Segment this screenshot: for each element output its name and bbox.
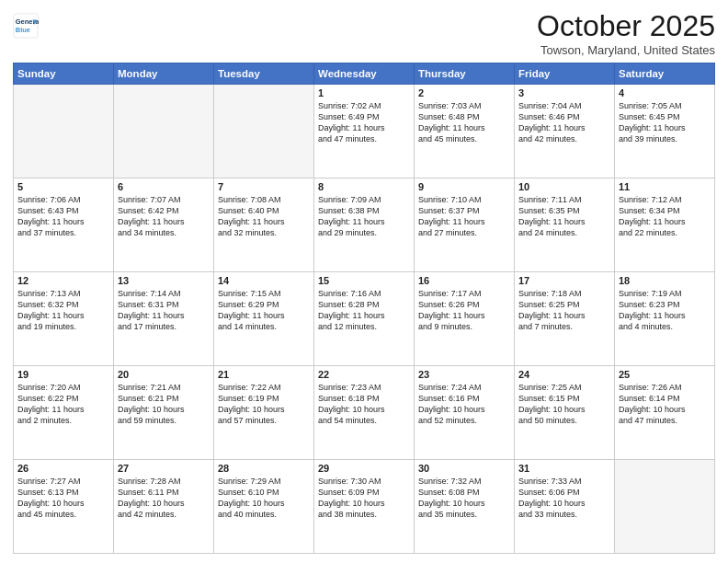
weekday-header-row: SundayMondayTuesdayWednesdayThursdayFrid… [14,63,715,85]
calendar-cell: 27Sunrise: 7:28 AM Sunset: 6:11 PM Dayli… [114,460,214,554]
day-info: Sunrise: 7:25 AM Sunset: 6:15 PM Dayligh… [518,382,610,427]
day-info: Sunrise: 7:06 AM Sunset: 6:43 PM Dayligh… [17,194,109,239]
day-info: Sunrise: 7:16 AM Sunset: 6:28 PM Dayligh… [318,288,410,333]
week-row-1: 1Sunrise: 7:02 AM Sunset: 6:49 PM Daylig… [14,85,715,178]
day-number: 19 [17,369,109,380]
day-number: 9 [418,181,510,192]
day-number: 22 [318,369,410,380]
day-info: Sunrise: 7:15 AM Sunset: 6:29 PM Dayligh… [218,288,310,333]
logo-icon: General Blue [13,13,39,39]
day-number: 14 [218,275,310,286]
calendar-cell: 25Sunrise: 7:26 AM Sunset: 6:14 PM Dayli… [615,366,715,460]
day-number: 30 [418,463,510,474]
weekday-header-thursday: Thursday [415,63,515,85]
day-info: Sunrise: 7:09 AM Sunset: 6:38 PM Dayligh… [318,194,410,239]
calendar-cell: 23Sunrise: 7:24 AM Sunset: 6:16 PM Dayli… [415,366,515,460]
calendar-cell: 7Sunrise: 7:08 AM Sunset: 6:40 PM Daylig… [214,178,314,272]
day-info: Sunrise: 7:14 AM Sunset: 6:31 PM Dayligh… [118,288,210,333]
day-info: Sunrise: 7:11 AM Sunset: 6:35 PM Dayligh… [518,194,610,239]
day-number: 20 [118,369,210,380]
weekday-header-sunday: Sunday [14,63,114,85]
day-info: Sunrise: 7:10 AM Sunset: 6:37 PM Dayligh… [418,194,510,239]
day-number: 17 [518,275,610,286]
calendar-cell: 26Sunrise: 7:27 AM Sunset: 6:13 PM Dayli… [14,460,114,554]
day-number: 4 [619,87,711,98]
day-info: Sunrise: 7:08 AM Sunset: 6:40 PM Dayligh… [218,194,310,239]
day-info: Sunrise: 7:18 AM Sunset: 6:25 PM Dayligh… [518,288,610,333]
calendar-cell: 1Sunrise: 7:02 AM Sunset: 6:49 PM Daylig… [314,85,415,178]
weekday-header-monday: Monday [114,63,214,85]
calendar-cell [14,85,114,178]
calendar-cell: 4Sunrise: 7:05 AM Sunset: 6:45 PM Daylig… [615,85,715,178]
day-info: Sunrise: 7:32 AM Sunset: 6:08 PM Dayligh… [418,476,510,521]
calendar-title: October 2025 [537,9,715,43]
calendar-cell: 15Sunrise: 7:16 AM Sunset: 6:28 PM Dayli… [314,272,415,366]
calendar-cell: 17Sunrise: 7:18 AM Sunset: 6:25 PM Dayli… [515,272,615,366]
day-info: Sunrise: 7:28 AM Sunset: 6:11 PM Dayligh… [118,476,210,521]
day-info: Sunrise: 7:04 AM Sunset: 6:46 PM Dayligh… [518,100,610,145]
day-number: 6 [118,181,210,192]
day-info: Sunrise: 7:12 AM Sunset: 6:34 PM Dayligh… [619,194,711,239]
calendar-cell: 29Sunrise: 7:30 AM Sunset: 6:09 PM Dayli… [314,460,415,554]
day-info: Sunrise: 7:19 AM Sunset: 6:23 PM Dayligh… [619,288,711,333]
day-number: 24 [518,369,610,380]
day-number: 10 [518,181,610,192]
calendar-cell [114,85,214,178]
calendar-cell: 10Sunrise: 7:11 AM Sunset: 6:35 PM Dayli… [515,178,615,272]
header: General Blue October 2025 Towson, Maryla… [13,9,715,57]
day-number: 28 [218,463,310,474]
day-info: Sunrise: 7:26 AM Sunset: 6:14 PM Dayligh… [619,382,711,427]
calendar-table: SundayMondayTuesdayWednesdayThursdayFrid… [13,63,715,554]
day-info: Sunrise: 7:17 AM Sunset: 6:26 PM Dayligh… [418,288,510,333]
calendar-cell: 12Sunrise: 7:13 AM Sunset: 6:32 PM Dayli… [14,272,114,366]
day-number: 29 [318,463,410,474]
calendar-cell: 16Sunrise: 7:17 AM Sunset: 6:26 PM Dayli… [415,272,515,366]
day-number: 18 [619,275,711,286]
calendar-location: Towson, Maryland, United States [537,43,715,57]
calendar-cell: 8Sunrise: 7:09 AM Sunset: 6:38 PM Daylig… [314,178,415,272]
calendar-cell: 22Sunrise: 7:23 AM Sunset: 6:18 PM Dayli… [314,366,415,460]
day-number: 11 [619,181,711,192]
day-number: 5 [17,181,109,192]
day-info: Sunrise: 7:33 AM Sunset: 6:06 PM Dayligh… [518,476,610,521]
day-number: 31 [518,463,610,474]
day-info: Sunrise: 7:13 AM Sunset: 6:32 PM Dayligh… [17,288,109,333]
week-row-5: 26Sunrise: 7:27 AM Sunset: 6:13 PM Dayli… [14,460,715,554]
calendar-cell: 24Sunrise: 7:25 AM Sunset: 6:15 PM Dayli… [515,366,615,460]
weekday-header-friday: Friday [515,63,615,85]
day-number: 7 [218,181,310,192]
weekday-header-wednesday: Wednesday [314,63,415,85]
calendar-cell: 6Sunrise: 7:07 AM Sunset: 6:42 PM Daylig… [114,178,214,272]
day-number: 12 [17,275,109,286]
calendar-cell: 11Sunrise: 7:12 AM Sunset: 6:34 PM Dayli… [615,178,715,272]
day-number: 13 [118,275,210,286]
week-row-3: 12Sunrise: 7:13 AM Sunset: 6:32 PM Dayli… [14,272,715,366]
day-number: 1 [318,87,410,98]
calendar-cell: 3Sunrise: 7:04 AM Sunset: 6:46 PM Daylig… [515,85,615,178]
day-number: 15 [318,275,410,286]
day-info: Sunrise: 7:05 AM Sunset: 6:45 PM Dayligh… [619,100,711,145]
calendar-cell: 2Sunrise: 7:03 AM Sunset: 6:48 PM Daylig… [415,85,515,178]
day-number: 3 [518,87,610,98]
day-number: 26 [17,463,109,474]
day-info: Sunrise: 7:29 AM Sunset: 6:10 PM Dayligh… [218,476,310,521]
calendar-cell: 18Sunrise: 7:19 AM Sunset: 6:23 PM Dayli… [615,272,715,366]
weekday-header-saturday: Saturday [615,63,715,85]
day-info: Sunrise: 7:27 AM Sunset: 6:13 PM Dayligh… [17,476,109,521]
calendar-cell [615,460,715,554]
weekday-header-tuesday: Tuesday [214,63,314,85]
day-number: 27 [118,463,210,474]
day-info: Sunrise: 7:02 AM Sunset: 6:49 PM Dayligh… [318,100,410,145]
calendar-cell: 19Sunrise: 7:20 AM Sunset: 6:22 PM Dayli… [14,366,114,460]
calendar-cell: 9Sunrise: 7:10 AM Sunset: 6:37 PM Daylig… [415,178,515,272]
calendar-cell: 31Sunrise: 7:33 AM Sunset: 6:06 PM Dayli… [515,460,615,554]
day-number: 23 [418,369,510,380]
day-info: Sunrise: 7:20 AM Sunset: 6:22 PM Dayligh… [17,382,109,427]
day-info: Sunrise: 7:21 AM Sunset: 6:21 PM Dayligh… [118,382,210,427]
day-number: 21 [218,369,310,380]
week-row-2: 5Sunrise: 7:06 AM Sunset: 6:43 PM Daylig… [14,178,715,272]
week-row-4: 19Sunrise: 7:20 AM Sunset: 6:22 PM Dayli… [14,366,715,460]
svg-text:Blue: Blue [16,26,30,34]
day-number: 16 [418,275,510,286]
day-info: Sunrise: 7:30 AM Sunset: 6:09 PM Dayligh… [318,476,410,521]
